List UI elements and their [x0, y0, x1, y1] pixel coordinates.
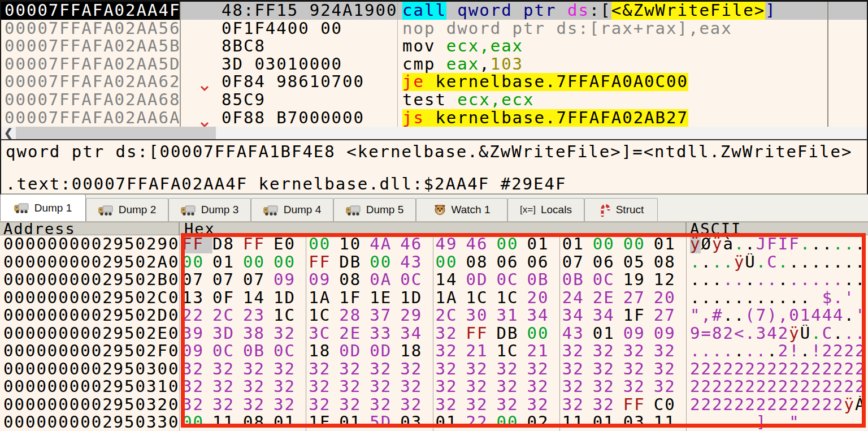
hex-byte[interactable]: 06 [527, 253, 558, 271]
disasm-instruction[interactable]: cmp eax,103 [398, 55, 828, 74]
hex-byte[interactable]: 24 [562, 289, 593, 307]
hex-byte[interactable]: 32 [212, 396, 243, 414]
hex-byte[interactable]: 34 [562, 307, 593, 325]
hex-byte[interactable]: 32 [466, 360, 497, 378]
hex-byte[interactable]: 43 [400, 253, 431, 271]
hex-byte[interactable]: 43 [562, 325, 593, 343]
dump-row[interactable]: 0000000002950310323232323232323232323232… [0, 378, 868, 396]
disasm-address[interactable]: 00007FFAFA02AA62 [1, 73, 181, 91]
hex-byte[interactable]: 4A [370, 235, 400, 253]
dump-address[interactable]: 00000000029502C0 [0, 289, 180, 307]
hex-byte[interactable]: 32 [654, 378, 684, 396]
hex-byte[interactable]: 21 [466, 342, 497, 360]
hex-byte[interactable]: 32 [497, 378, 527, 396]
hex-byte[interactable]: 31 [497, 307, 527, 325]
hex-byte[interactable]: 00 [436, 253, 466, 271]
hex-byte[interactable]: 06 [497, 253, 527, 271]
hex-byte[interactable]: FF [309, 253, 339, 271]
hex-byte[interactable]: 32 [562, 342, 593, 360]
hex-byte[interactable]: E0 [274, 235, 304, 253]
hex-byte[interactable]: 32 [654, 342, 684, 360]
hex-byte[interactable]: 32 [436, 360, 466, 378]
hex-byte[interactable]: 2C [212, 307, 243, 325]
hex-byte[interactable]: 32 [182, 378, 212, 396]
dump-ascii-cell[interactable]: ......].."...... [687, 413, 868, 431]
dump-ascii-cell[interactable]: 9=82<.342ÿÛ.C... [687, 325, 868, 343]
tab-dump-3[interactable]: Dump 3 [168, 198, 251, 221]
hex-byte[interactable]: 20 [654, 289, 684, 307]
hex-byte[interactable]: 1C [309, 307, 339, 325]
hex-byte[interactable]: 02 [527, 413, 558, 431]
hex-byte[interactable]: 09 [309, 271, 339, 289]
hex-byte[interactable]: 32 [623, 360, 654, 378]
hex-byte[interactable]: FF [182, 235, 212, 253]
hex-byte[interactable]: 32 [274, 396, 304, 414]
dump-ascii-cell[interactable]: 2222222222222222 [687, 378, 868, 396]
disasm-bytes[interactable]: 0F1F4400 00 [181, 20, 398, 38]
hex-byte[interactable]: 07 [562, 253, 593, 271]
hex-byte[interactable]: 01 [436, 413, 466, 431]
hex-byte[interactable]: 1F [623, 307, 654, 325]
dump-row[interactable]: 00000000029502C0130F141D1A1F1E1D1A1C1C20… [0, 289, 868, 307]
hex-byte[interactable]: 11 [654, 413, 684, 431]
disasm-bytes[interactable]: 85C9 [181, 91, 398, 109]
hex-byte[interactable]: 3D [212, 325, 243, 343]
hex-byte[interactable]: 11 [562, 413, 593, 431]
hex-byte[interactable]: 1C [466, 289, 497, 307]
hex-byte[interactable]: 49 [436, 235, 466, 253]
hex-byte[interactable]: 32 [339, 360, 370, 378]
disasm-bytes[interactable]: 3D 03010000 [181, 55, 398, 74]
dump-address[interactable]: 00000000029502B0 [0, 271, 180, 289]
hex-byte[interactable]: 07 [243, 271, 274, 289]
hex-byte[interactable]: 00 [370, 253, 400, 271]
hex-byte[interactable]: 32 [436, 396, 466, 414]
hex-byte[interactable]: 1F [339, 289, 370, 307]
dump-hex-cell[interactable]: 32323232323232323232323232323232 [180, 360, 687, 378]
hex-byte[interactable]: 32 [436, 378, 466, 396]
dump-ascii-cell[interactable]: ................ [687, 271, 868, 289]
hex-byte[interactable]: 37 [370, 307, 400, 325]
dump-ascii-cell[interactable]: 2222222222222222 [687, 360, 868, 378]
hex-byte[interactable]: 32 [562, 396, 593, 414]
hex-byte[interactable]: D8 [212, 235, 243, 253]
hex-byte[interactable]: 01 [274, 413, 304, 431]
hex-byte[interactable]: 32 [243, 378, 274, 396]
disasm-address[interactable]: 00007FFAFA02AA5B [1, 37, 181, 55]
hex-byte[interactable]: 32 [339, 378, 370, 396]
dump-hex-cell[interactable]: 130F141D1A1F1E1D1A1C1C20242E2720 [180, 289, 687, 307]
hex-byte[interactable]: 46 [466, 235, 497, 253]
hex-byte[interactable]: 1A [309, 289, 339, 307]
dump-ascii-cell[interactable]: ",#..(7),01444.' [687, 307, 868, 325]
hex-byte[interactable]: 00 [243, 253, 274, 271]
hex-byte[interactable]: 32 [436, 342, 466, 360]
hex-byte[interactable]: 46 [400, 235, 431, 253]
hex-byte[interactable]: 32 [212, 378, 243, 396]
dump-ascii-cell[interactable]: ........... $.' [687, 289, 868, 307]
hex-byte[interactable]: 06 [593, 253, 623, 271]
hex-byte[interactable]: 05 [623, 253, 654, 271]
hex-byte[interactable]: 00 [623, 235, 654, 253]
dump-row[interactable]: 0000000002950320323232323232323232323232… [0, 396, 868, 414]
hex-byte[interactable]: 1A [436, 289, 466, 307]
tab-dump-4[interactable]: Dump 4 [251, 198, 333, 221]
disasm-bytes[interactable]: 0F88 B7000000 [181, 109, 398, 127]
disasm-instruction[interactable]: js kernelbase.7FFAFA02AB27 [398, 109, 828, 127]
dump-hex-cell[interactable]: 32323232323232323232323232323232 [180, 378, 687, 396]
hex-byte[interactable]: 09 [623, 325, 654, 343]
hex-byte[interactable]: 32 [400, 378, 431, 396]
hex-byte[interactable]: 32 [182, 396, 212, 414]
hex-byte[interactable]: 32 [370, 378, 400, 396]
dump-hex-cell[interactable]: 090C0B0C180D0D1832211C2132323232 [180, 342, 687, 360]
hex-byte[interactable]: 01 [593, 325, 623, 343]
hex-byte[interactable]: 21 [527, 342, 558, 360]
dump-ascii-cell[interactable]: ....ÿÛ.C........ [687, 253, 868, 271]
hex-byte[interactable]: 30 [466, 307, 497, 325]
hex-byte[interactable]: 09 [182, 342, 212, 360]
hex-byte[interactable]: 12 [654, 271, 684, 289]
disasm-row[interactable]: 00007FFAFA02AA620F84 98610700je kernelba… [1, 73, 867, 91]
hex-byte[interactable]: 32 [497, 360, 527, 378]
hex-byte[interactable]: 32 [466, 396, 497, 414]
dump-address[interactable]: 00000000029502D0 [0, 307, 180, 325]
disasm-address[interactable]: 00007FFAFA02AA6A [1, 109, 181, 127]
hex-byte[interactable]: 34 [400, 325, 431, 343]
